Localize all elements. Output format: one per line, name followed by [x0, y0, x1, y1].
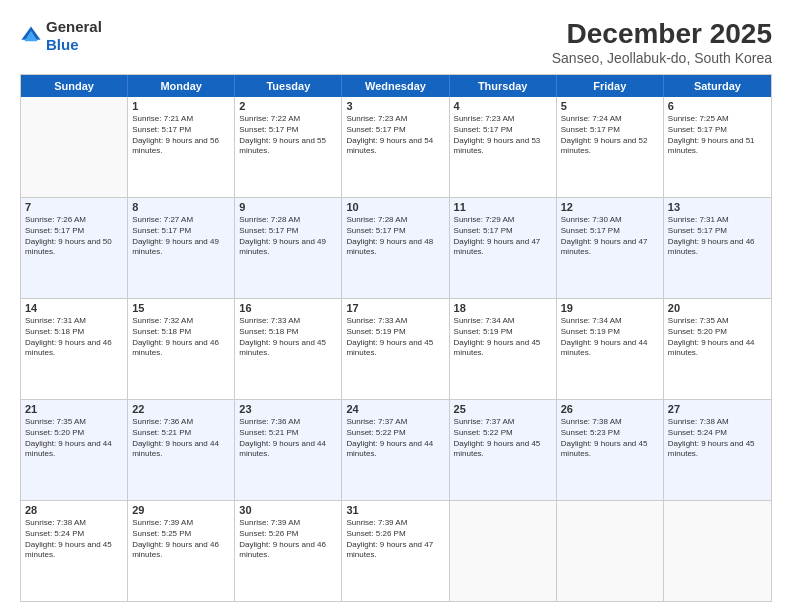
cell-info: Sunrise: 7:38 AM Sunset: 5:23 PM Dayligh…: [561, 417, 659, 460]
calendar-row: 14Sunrise: 7:31 AM Sunset: 5:18 PM Dayli…: [21, 298, 771, 399]
calendar-cell: 29Sunrise: 7:39 AM Sunset: 5:25 PM Dayli…: [128, 501, 235, 601]
calendar-cell: 31Sunrise: 7:39 AM Sunset: 5:26 PM Dayli…: [342, 501, 449, 601]
cell-info: Sunrise: 7:28 AM Sunset: 5:17 PM Dayligh…: [346, 215, 444, 258]
day-number: 28: [25, 504, 123, 516]
day-number: 8: [132, 201, 230, 213]
cell-info: Sunrise: 7:35 AM Sunset: 5:20 PM Dayligh…: [668, 316, 767, 359]
logo-general: General: [46, 18, 102, 35]
day-number: 7: [25, 201, 123, 213]
calendar-cell: 10Sunrise: 7:28 AM Sunset: 5:17 PM Dayli…: [342, 198, 449, 298]
calendar-cell: 8Sunrise: 7:27 AM Sunset: 5:17 PM Daylig…: [128, 198, 235, 298]
day-number: 19: [561, 302, 659, 314]
title-block: December 2025 Sanseo, Jeollabuk-do, Sout…: [552, 18, 772, 66]
logo-icon: [20, 25, 42, 47]
calendar-cell: 1Sunrise: 7:21 AM Sunset: 5:17 PM Daylig…: [128, 97, 235, 197]
cell-info: Sunrise: 7:25 AM Sunset: 5:17 PM Dayligh…: [668, 114, 767, 157]
day-number: 20: [668, 302, 767, 314]
calendar-cell: 13Sunrise: 7:31 AM Sunset: 5:17 PM Dayli…: [664, 198, 771, 298]
calendar-cell: 3Sunrise: 7:23 AM Sunset: 5:17 PM Daylig…: [342, 97, 449, 197]
calendar-cell: 6Sunrise: 7:25 AM Sunset: 5:17 PM Daylig…: [664, 97, 771, 197]
cell-info: Sunrise: 7:32 AM Sunset: 5:18 PM Dayligh…: [132, 316, 230, 359]
cell-info: Sunrise: 7:23 AM Sunset: 5:17 PM Dayligh…: [346, 114, 444, 157]
day-number: 22: [132, 403, 230, 415]
day-number: 24: [346, 403, 444, 415]
day-number: 9: [239, 201, 337, 213]
calendar-cell: 12Sunrise: 7:30 AM Sunset: 5:17 PM Dayli…: [557, 198, 664, 298]
cell-info: Sunrise: 7:21 AM Sunset: 5:17 PM Dayligh…: [132, 114, 230, 157]
page: General Blue December 2025 Sanseo, Jeoll…: [0, 0, 792, 612]
day-number: 12: [561, 201, 659, 213]
calendar-cell: 28Sunrise: 7:38 AM Sunset: 5:24 PM Dayli…: [21, 501, 128, 601]
header-friday: Friday: [557, 75, 664, 97]
cell-info: Sunrise: 7:39 AM Sunset: 5:26 PM Dayligh…: [346, 518, 444, 561]
logo-blue: Blue: [46, 36, 79, 53]
cell-info: Sunrise: 7:37 AM Sunset: 5:22 PM Dayligh…: [346, 417, 444, 460]
day-number: 6: [668, 100, 767, 112]
calendar-cell: 25Sunrise: 7:37 AM Sunset: 5:22 PM Dayli…: [450, 400, 557, 500]
calendar-body: 1Sunrise: 7:21 AM Sunset: 5:17 PM Daylig…: [21, 97, 771, 601]
header-monday: Monday: [128, 75, 235, 97]
calendar-cell: 26Sunrise: 7:38 AM Sunset: 5:23 PM Dayli…: [557, 400, 664, 500]
day-number: 26: [561, 403, 659, 415]
day-number: 21: [25, 403, 123, 415]
calendar-cell: 24Sunrise: 7:37 AM Sunset: 5:22 PM Dayli…: [342, 400, 449, 500]
cell-info: Sunrise: 7:36 AM Sunset: 5:21 PM Dayligh…: [239, 417, 337, 460]
day-number: 23: [239, 403, 337, 415]
header-saturday: Saturday: [664, 75, 771, 97]
day-number: 16: [239, 302, 337, 314]
day-number: 2: [239, 100, 337, 112]
day-number: 27: [668, 403, 767, 415]
cell-info: Sunrise: 7:26 AM Sunset: 5:17 PM Dayligh…: [25, 215, 123, 258]
day-number: 25: [454, 403, 552, 415]
day-number: 1: [132, 100, 230, 112]
cell-info: Sunrise: 7:39 AM Sunset: 5:26 PM Dayligh…: [239, 518, 337, 561]
calendar-cell: 20Sunrise: 7:35 AM Sunset: 5:20 PM Dayli…: [664, 299, 771, 399]
calendar-cell: [557, 501, 664, 601]
day-number: 18: [454, 302, 552, 314]
calendar-cell: 21Sunrise: 7:35 AM Sunset: 5:20 PM Dayli…: [21, 400, 128, 500]
calendar-cell: 19Sunrise: 7:34 AM Sunset: 5:19 PM Dayli…: [557, 299, 664, 399]
calendar-cell: 2Sunrise: 7:22 AM Sunset: 5:17 PM Daylig…: [235, 97, 342, 197]
cell-info: Sunrise: 7:38 AM Sunset: 5:24 PM Dayligh…: [25, 518, 123, 561]
calendar-cell: 5Sunrise: 7:24 AM Sunset: 5:17 PM Daylig…: [557, 97, 664, 197]
calendar-cell: [21, 97, 128, 197]
day-number: 10: [346, 201, 444, 213]
cell-info: Sunrise: 7:33 AM Sunset: 5:18 PM Dayligh…: [239, 316, 337, 359]
header-sunday: Sunday: [21, 75, 128, 97]
subtitle: Sanseo, Jeollabuk-do, South Korea: [552, 50, 772, 66]
calendar-cell: 27Sunrise: 7:38 AM Sunset: 5:24 PM Dayli…: [664, 400, 771, 500]
cell-info: Sunrise: 7:33 AM Sunset: 5:19 PM Dayligh…: [346, 316, 444, 359]
calendar-cell: 14Sunrise: 7:31 AM Sunset: 5:18 PM Dayli…: [21, 299, 128, 399]
month-title: December 2025: [552, 18, 772, 50]
calendar-cell: 9Sunrise: 7:28 AM Sunset: 5:17 PM Daylig…: [235, 198, 342, 298]
calendar-cell: 4Sunrise: 7:23 AM Sunset: 5:17 PM Daylig…: [450, 97, 557, 197]
day-number: 13: [668, 201, 767, 213]
calendar-cell: 17Sunrise: 7:33 AM Sunset: 5:19 PM Dayli…: [342, 299, 449, 399]
header-tuesday: Tuesday: [235, 75, 342, 97]
header-thursday: Thursday: [450, 75, 557, 97]
day-number: 15: [132, 302, 230, 314]
calendar-row: 21Sunrise: 7:35 AM Sunset: 5:20 PM Dayli…: [21, 399, 771, 500]
cell-info: Sunrise: 7:37 AM Sunset: 5:22 PM Dayligh…: [454, 417, 552, 460]
cell-info: Sunrise: 7:30 AM Sunset: 5:17 PM Dayligh…: [561, 215, 659, 258]
cell-info: Sunrise: 7:24 AM Sunset: 5:17 PM Dayligh…: [561, 114, 659, 157]
header-wednesday: Wednesday: [342, 75, 449, 97]
cell-info: Sunrise: 7:22 AM Sunset: 5:17 PM Dayligh…: [239, 114, 337, 157]
calendar-cell: 15Sunrise: 7:32 AM Sunset: 5:18 PM Dayli…: [128, 299, 235, 399]
day-number: 11: [454, 201, 552, 213]
cell-info: Sunrise: 7:34 AM Sunset: 5:19 PM Dayligh…: [454, 316, 552, 359]
cell-info: Sunrise: 7:35 AM Sunset: 5:20 PM Dayligh…: [25, 417, 123, 460]
calendar-row: 28Sunrise: 7:38 AM Sunset: 5:24 PM Dayli…: [21, 500, 771, 601]
calendar-row: 7Sunrise: 7:26 AM Sunset: 5:17 PM Daylig…: [21, 197, 771, 298]
calendar-cell: 22Sunrise: 7:36 AM Sunset: 5:21 PM Dayli…: [128, 400, 235, 500]
cell-info: Sunrise: 7:28 AM Sunset: 5:17 PM Dayligh…: [239, 215, 337, 258]
cell-info: Sunrise: 7:31 AM Sunset: 5:18 PM Dayligh…: [25, 316, 123, 359]
calendar-row: 1Sunrise: 7:21 AM Sunset: 5:17 PM Daylig…: [21, 97, 771, 197]
header: General Blue December 2025 Sanseo, Jeoll…: [20, 18, 772, 66]
day-number: 31: [346, 504, 444, 516]
day-number: 5: [561, 100, 659, 112]
day-number: 3: [346, 100, 444, 112]
calendar-cell: 18Sunrise: 7:34 AM Sunset: 5:19 PM Dayli…: [450, 299, 557, 399]
cell-info: Sunrise: 7:38 AM Sunset: 5:24 PM Dayligh…: [668, 417, 767, 460]
day-number: 14: [25, 302, 123, 314]
